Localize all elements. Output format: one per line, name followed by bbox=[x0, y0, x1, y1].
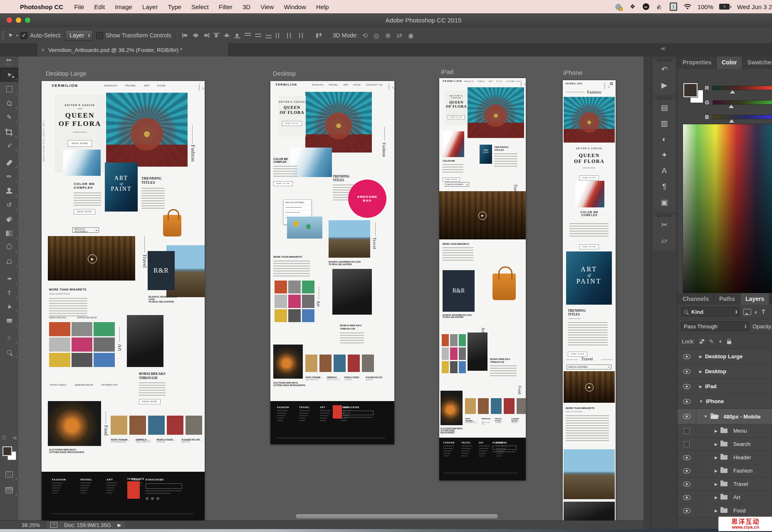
eyedropper-tool[interactable]: ✑ bbox=[0, 138, 18, 153]
expand-group-icon[interactable]: ▶ bbox=[715, 456, 718, 460]
subscribe-email-input[interactable] bbox=[146, 483, 182, 489]
read-more-button[interactable]: READ MORE bbox=[579, 244, 599, 249]
dropbox-icon[interactable]: ❖ bbox=[628, 3, 637, 10]
tool-preset-caret-icon[interactable]: ▾ bbox=[16, 34, 18, 37]
document-tab[interactable]: × Vermilion_Artboards.psd @ 38.2% (Foote… bbox=[37, 43, 229, 57]
layer-visibility-eye-icon[interactable] bbox=[683, 508, 690, 513]
zoom-window-button[interactable] bbox=[25, 17, 30, 23]
menu-clock[interactable]: Wed Jun 3 2 bbox=[737, 3, 772, 10]
panel-tab-properties[interactable]: Properties bbox=[678, 57, 717, 69]
3d-orbit-icon[interactable]: ⟲ bbox=[362, 32, 367, 39]
food-link[interactable]: EMPIRICAL →NEW YORK CITY bbox=[136, 438, 151, 443]
food-link[interactable]: PLEASED PALATE →SEATTLE bbox=[366, 377, 385, 381]
magical-istanbul-bar[interactable]: MAGICAL INSTANBUL bbox=[74, 228, 96, 233]
menu-item-3d[interactable]: 3D bbox=[238, 3, 255, 10]
lasso-tool[interactable]: Ϙ bbox=[0, 96, 18, 110]
actions-panel-icon[interactable]: ▶ bbox=[653, 77, 676, 93]
menu-item-window[interactable]: Window bbox=[279, 3, 311, 10]
expand-group-icon[interactable]: ▶ bbox=[715, 469, 718, 473]
expand-group-icon[interactable]: ▶ bbox=[715, 442, 718, 446]
artboard-label-ipad[interactable]: iPad bbox=[441, 68, 453, 75]
menu-item-select[interactable]: Select bbox=[186, 3, 214, 10]
artboard-label-iphone[interactable]: iPhone bbox=[563, 69, 583, 76]
menu-item-image[interactable]: Image bbox=[110, 3, 137, 10]
blur-tool[interactable] bbox=[0, 240, 18, 254]
align-top-edges-icon[interactable] bbox=[213, 32, 220, 39]
spot-healing-brush-tool[interactable] bbox=[0, 155, 18, 170]
menu-item-view[interactable]: View bbox=[255, 3, 279, 10]
green-slider[interactable] bbox=[713, 100, 772, 105]
layer-row-menu[interactable]: ▶Menu bbox=[678, 424, 772, 438]
panel-tab-channels[interactable]: Channels bbox=[678, 293, 714, 305]
styles-panel-icon[interactable]: ✦ bbox=[653, 147, 676, 163]
food-link[interactable]: PEOPLE FOODS →CHICAGO bbox=[495, 418, 508, 425]
shape-tool[interactable] bbox=[0, 314, 18, 328]
read-more-button[interactable]: READ MORE bbox=[579, 175, 599, 180]
red-slider[interactable] bbox=[712, 86, 772, 90]
align-vertical-centers-icon[interactable] bbox=[223, 32, 230, 39]
panel-foreground-swatch[interactable] bbox=[683, 83, 698, 97]
panel-tab-layers[interactable]: Layers bbox=[740, 293, 770, 305]
layer-row-ipad[interactable]: ▶iPad bbox=[678, 379, 772, 394]
social-twitter-icon[interactable] bbox=[151, 497, 154, 500]
show-transform-checkbox[interactable] bbox=[96, 32, 103, 39]
layer-visibility-eye-icon[interactable] bbox=[683, 369, 690, 374]
gradient-tool[interactable] bbox=[0, 226, 18, 240]
lock-transparency-icon[interactable] bbox=[700, 339, 704, 344]
read-more-button[interactable]: READ MORE bbox=[443, 177, 460, 182]
hand-tool[interactable]: ☞ bbox=[0, 331, 18, 345]
menu-item-layer[interactable]: Layer bbox=[137, 3, 163, 10]
artboard-label-desktop[interactable]: Desktop bbox=[273, 70, 296, 77]
auto-select-checkbox[interactable]: ✓ bbox=[20, 32, 27, 39]
creative-cloud-icon[interactable]: ∞ bbox=[643, 3, 649, 10]
subscribe-email-input[interactable] bbox=[344, 411, 374, 415]
expand-group-icon[interactable]: ▶ bbox=[715, 429, 718, 433]
magical-istanbul-bar[interactable]: MAGICAL INSTANBUL bbox=[447, 183, 464, 185]
blend-mode-dropdown[interactable]: Pass Through ▴▾ bbox=[681, 321, 749, 331]
read-more-button[interactable]: READ MORE bbox=[139, 399, 161, 404]
expand-group-icon[interactable]: ▶ bbox=[715, 482, 718, 486]
3d-roll-icon[interactable]: ◎ bbox=[374, 32, 379, 39]
food-link[interactable]: PEOPLE FOODS →CHICAGO bbox=[157, 438, 176, 443]
social-instagram-icon[interactable] bbox=[156, 497, 159, 500]
3d-pan-icon[interactable]: ⊕ bbox=[385, 32, 391, 39]
panel-tab-paths[interactable]: Paths bbox=[714, 293, 740, 305]
layer-visibility-eye-icon[interactable] bbox=[683, 482, 690, 487]
lock-position-icon[interactable]: + bbox=[719, 338, 722, 345]
layer-visibility-eye-icon[interactable] bbox=[683, 495, 690, 500]
layer-visibility-eye-icon[interactable] bbox=[683, 468, 690, 473]
distribute-horizontal-centers-icon[interactable] bbox=[286, 32, 293, 39]
clone-stamp-tool[interactable] bbox=[0, 184, 18, 198]
dodge-tool[interactable] bbox=[0, 254, 18, 268]
read-more-button[interactable]: READ MORE bbox=[282, 121, 302, 126]
menu-item-type[interactable]: Type bbox=[163, 3, 186, 10]
notes-panel-icon[interactable]: ▱ bbox=[653, 233, 676, 249]
zoom-level-field[interactable]: 38.25% bbox=[22, 522, 40, 528]
read-more-button[interactable]: READ MORE bbox=[568, 352, 587, 357]
rectangular-marquee-tool[interactable] bbox=[0, 82, 18, 96]
layer-visibility-eye-icon[interactable] bbox=[683, 354, 690, 359]
layer-visibility-eye-icon[interactable] bbox=[683, 384, 690, 389]
toolbar-expand-icon[interactable]: ▶▶ bbox=[0, 57, 18, 62]
3d-slide-icon[interactable]: ⇄ bbox=[396, 32, 402, 39]
foreground-color-swatch[interactable] bbox=[2, 446, 12, 456]
panel-tab-swatches[interactable]: Swatches bbox=[742, 57, 772, 69]
tool-presets-panel-icon[interactable]: ✂ bbox=[653, 217, 676, 233]
read-more-button[interactable]: READ MORE bbox=[448, 115, 465, 119]
window-title-bar[interactable]: Adobe Photoshop CC 2015 bbox=[0, 13, 772, 28]
path-selection-tool[interactable]: ➤ bbox=[0, 300, 18, 314]
artboard-desktop-large[interactable]: VERMILION FASHIONTRAVELARTFOOD THE LIFES… bbox=[42, 81, 205, 520]
crop-tool[interactable] bbox=[0, 124, 18, 138]
artboard-desktop[interactable]: VERMILION FASHIONTRAVELARTFOODCONTACT US… bbox=[270, 81, 394, 444]
expand-group-icon[interactable]: ▶ bbox=[699, 384, 702, 389]
food-link[interactable]: TASTE TSUNAMI →SAN FRANCISCO bbox=[465, 418, 478, 425]
paragraph-panel-icon[interactable]: ¶ bbox=[653, 179, 676, 195]
expand-group-icon[interactable]: ▶ bbox=[715, 495, 718, 500]
type-tool[interactable]: T bbox=[0, 286, 18, 300]
layer-row-travel[interactable]: ▶Travel bbox=[678, 478, 772, 491]
export-status-icon[interactable]: ↗ bbox=[50, 522, 57, 528]
layer-row-fashion[interactable]: ▶Fashion bbox=[678, 464, 772, 478]
move-tool[interactable]: ➤✚ bbox=[0, 68, 18, 82]
collapse-group-icon[interactable]: ▼ bbox=[699, 399, 703, 404]
pen-tool[interactable]: ✒ bbox=[0, 271, 18, 286]
